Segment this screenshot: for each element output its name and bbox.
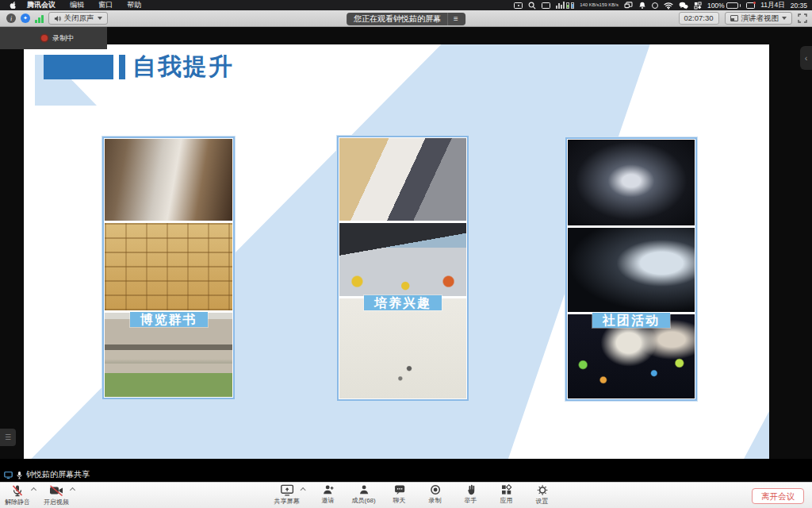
speaker-view-icon xyxy=(730,15,738,21)
meeting-info-icon[interactable]: i xyxy=(6,13,16,23)
meeting-toolbar-right: 02:07:30 演讲者视图 xyxy=(679,12,812,25)
photo-library-aisle xyxy=(105,139,232,221)
window-manager-icon[interactable] xyxy=(624,2,633,9)
record-label: 录制 xyxy=(429,496,442,505)
sharer-mic-icon xyxy=(17,471,22,479)
column-label-clubs: 社团活动 xyxy=(592,313,670,328)
chat-icon xyxy=(393,484,405,495)
invite-label: 邀请 xyxy=(322,496,335,505)
leave-meeting-button[interactable]: 离开会议 xyxy=(752,488,804,504)
system-monitor-widget[interactable] xyxy=(556,2,574,9)
apps-label: 应用 xyxy=(500,496,513,505)
speaker-icon xyxy=(54,15,61,22)
share-screen-icon xyxy=(280,484,293,496)
recording-indicator: 录制中 xyxy=(0,27,107,49)
share-status-label: 钟悦茹的屏幕共享 xyxy=(26,469,90,480)
menubar-time[interactable]: 20:35 xyxy=(791,2,807,10)
share-screen-label: 共享屏幕 xyxy=(274,497,300,506)
meeting-toolbar-left: i ✦ 关闭原声 xyxy=(0,12,108,25)
title-bar-decoration xyxy=(119,55,125,79)
browser-ring-icon[interactable] xyxy=(652,2,658,9)
collapse-panel-tab[interactable]: ‹ xyxy=(800,46,812,70)
photo-skateboarding xyxy=(339,223,466,296)
meeting-security-icon[interactable]: ✦ xyxy=(21,13,30,23)
unmute-button[interactable]: 解除静音 xyxy=(5,484,30,506)
network-speed-widget[interactable]: 140 KB/s 159 KB/s xyxy=(580,2,619,8)
meeting-timer: 02:07:30 xyxy=(679,12,719,25)
wifi-icon[interactable] xyxy=(664,2,673,10)
members-icon xyxy=(358,484,370,495)
video-options-caret[interactable] xyxy=(70,487,75,493)
meeting-toolbar: i ✦ 关闭原声 您正在观看钟悦茹的屏幕 ≡ 02:07:30 演讲者视图 xyxy=(0,10,812,27)
side-panel-toggle[interactable]: ☰ xyxy=(0,429,16,446)
share-status-strip: 钟悦茹的屏幕共享 xyxy=(0,459,812,482)
apps-icon xyxy=(501,484,512,495)
screen-share-icon xyxy=(4,471,13,479)
screen-record-icon[interactable] xyxy=(514,2,523,9)
chat-button[interactable]: 聊天 xyxy=(387,484,412,505)
menu-app-name[interactable]: 腾讯会议 xyxy=(20,0,63,10)
members-button[interactable]: 成员(68) xyxy=(351,484,377,505)
wechat-icon[interactable] xyxy=(679,2,688,10)
menubar-left: 腾讯会议 编辑 窗口 帮助 xyxy=(0,0,148,10)
share-options-caret[interactable] xyxy=(301,487,306,493)
menu-help[interactable]: 帮助 xyxy=(120,0,148,10)
gear-icon xyxy=(536,484,548,496)
chat-label: 聊天 xyxy=(393,496,406,505)
presentation-slide: 自我提升 博览群书 培养兴趣 社团活动 xyxy=(24,44,769,459)
original-sound-button[interactable]: 关闭原声 xyxy=(48,12,108,25)
banner-menu-icon[interactable]: ≡ xyxy=(447,13,458,25)
menu-window[interactable]: 窗口 xyxy=(91,0,120,10)
column-label-reading: 博览群书 xyxy=(130,312,208,327)
recording-label: 录制中 xyxy=(52,33,74,44)
apps-grid-icon[interactable] xyxy=(694,2,702,10)
raise-hand-button[interactable]: 举手 xyxy=(458,484,484,505)
photo-dance-performance xyxy=(568,140,695,225)
invite-icon xyxy=(322,484,334,495)
mic-options-caret[interactable] xyxy=(31,487,36,493)
watching-screen-banner[interactable]: 您正在观看钟悦茹的屏幕 ≡ xyxy=(347,13,465,25)
record-button[interactable]: 录制 xyxy=(423,484,448,505)
bottom-left-controls: 解除静音 开启视频 xyxy=(5,484,75,506)
start-video-label: 开启视频 xyxy=(44,498,69,506)
start-video-button[interactable]: 开启视频 xyxy=(44,484,69,506)
invite-button[interactable]: 邀请 xyxy=(316,484,341,505)
slide-title: 自我提升 xyxy=(132,51,234,83)
settings-button[interactable]: 设置 xyxy=(530,484,555,506)
camera-off-icon xyxy=(49,484,63,497)
view-mode-label: 演讲者视图 xyxy=(741,13,779,24)
view-mode-button[interactable]: 演讲者视图 xyxy=(725,12,793,25)
sidecar-display-icon[interactable] xyxy=(746,2,755,9)
column-label-hobbies: 培养兴趣 xyxy=(364,295,442,310)
photo-column-hobbies: 培养兴趣 xyxy=(337,136,469,401)
raise-hand-label: 举手 xyxy=(465,496,477,505)
menubar-date[interactable]: 11月4日 xyxy=(760,1,785,10)
net-speed-up: 140 KB/s xyxy=(580,2,599,8)
photo-wooden-bookshelves xyxy=(105,223,232,311)
display-icon[interactable] xyxy=(542,2,550,9)
share-screen-button[interactable]: 共享屏幕 xyxy=(274,484,300,506)
original-sound-label: 关闭原声 xyxy=(64,13,94,24)
battery-percent: 100% xyxy=(707,2,725,10)
raise-hand-icon xyxy=(465,484,477,495)
watching-screen-label: 您正在观看钟悦茹的屏幕 xyxy=(354,13,441,25)
apple-menu-icon[interactable] xyxy=(10,1,17,10)
photo-guitar-practice xyxy=(339,138,466,221)
fullscreen-expand-icon[interactable] xyxy=(798,13,807,23)
network-quality-icon[interactable] xyxy=(35,14,44,23)
battery-icon xyxy=(726,2,738,9)
share-status-row: 钟悦茹的屏幕共享 xyxy=(4,469,90,480)
bottom-control-bar: 解除静音 开启视频 共享屏幕 邀请 成员(68) xyxy=(0,482,812,508)
shared-screen-area: 自我提升 博览群书 培养兴趣 社团活动 录制中 ☰ ‹ xyxy=(0,27,812,482)
photo-column-reading: 博览群书 xyxy=(102,137,235,399)
menubar-status-tray: 140 KB/s 159 KB/s 100% 11月4日 20:35 xyxy=(514,1,812,10)
apps-button[interactable]: 应用 xyxy=(494,484,519,505)
bell-icon[interactable] xyxy=(638,2,646,10)
members-label: 成员(68) xyxy=(351,496,375,505)
photo-stage-performance xyxy=(568,228,695,313)
menu-edit[interactable]: 编辑 xyxy=(63,0,91,10)
spotlight-icon[interactable] xyxy=(528,2,536,10)
bottom-center-controls: 共享屏幕 邀请 成员(68) 聊天 录制 举手 应用 xyxy=(274,484,555,506)
chevron-down-icon xyxy=(98,17,102,20)
battery-indicator[interactable]: 100% xyxy=(707,2,741,10)
